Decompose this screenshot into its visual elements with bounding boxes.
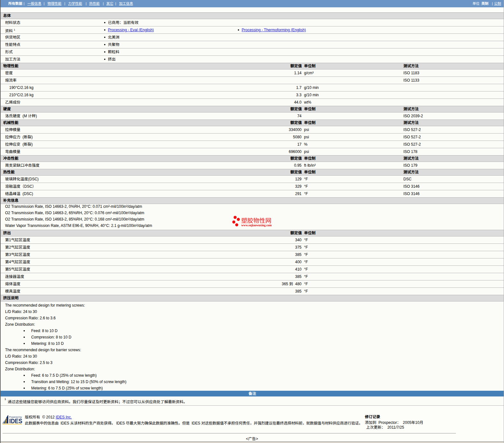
svg-text:IDES: IDES — [9, 418, 22, 425]
svg-text:www.sujiaowuxing.com: www.sujiaowuxing.com — [241, 224, 272, 227]
svg-text:塑胶物性网: 塑胶物性网 — [241, 216, 272, 224]
svg-text:i: i — [5, 417, 7, 425]
